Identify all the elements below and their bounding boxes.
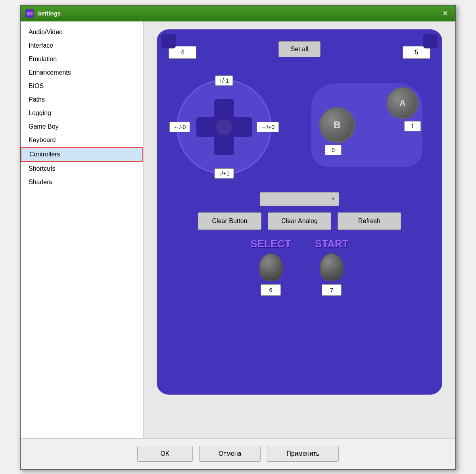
corner-decor-tl — [161, 34, 176, 48]
select-num-label[interactable]: 6 — [261, 284, 280, 296]
start-label: START — [315, 238, 349, 250]
controller-panel: 4 Set all 5 — [157, 29, 442, 395]
dpad-center — [216, 119, 232, 135]
refresh-button[interactable]: Refresh — [338, 212, 401, 230]
sidebar-item-bios[interactable]: BIOS — [21, 79, 143, 93]
footer: OK Отмена Применить — [21, 438, 455, 469]
dropdown-row: ▾ — [169, 192, 430, 206]
app-icon — [25, 9, 34, 18]
ok-button[interactable]: OK — [137, 446, 193, 462]
titlebar-left: Settings — [25, 9, 61, 18]
sidebar-item-logging[interactable]: Logging — [21, 106, 143, 120]
close-button[interactable]: ✕ — [440, 8, 451, 19]
settings-window: Settings ✕ Audio/Video Interface Emulati… — [20, 5, 456, 470]
select-area: SELECT 6 — [250, 238, 291, 296]
svg-point-3 — [31, 13, 32, 14]
controller-dropdown[interactable] — [260, 192, 339, 206]
a-button-num[interactable]: 1 — [404, 121, 421, 131]
b-button[interactable]: B — [319, 107, 355, 143]
dropdown-wrapper: ▾ — [260, 192, 339, 206]
sidebar-item-enhancements[interactable]: Enhancements — [21, 66, 143, 79]
cancel-button[interactable]: Отмена — [199, 446, 261, 462]
start-area: START 7 — [315, 238, 349, 296]
a-button[interactable]: A — [387, 87, 418, 119]
sidebar-item-emulation[interactable]: Emulation — [21, 52, 143, 66]
content-area: Audio/Video Interface Emulation Enhancem… — [21, 21, 455, 438]
face-buttons-area: A B 1 0 — [303, 71, 430, 183]
clear-analog-button[interactable]: Clear Analog — [268, 212, 331, 230]
titlebar: Settings ✕ — [21, 6, 455, 21]
sidebar-item-shaders[interactable]: Shaders — [21, 175, 143, 189]
panel-top-row: 4 Set all 5 — [169, 41, 430, 64]
main-area: 4 Set all 5 — [144, 21, 455, 438]
svg-rect-1 — [27, 11, 32, 12]
select-label: SELECT — [250, 238, 291, 250]
panel-middle: ↑/-1 ↓/+1 ←/-0 →/+0 A B 1 0 — [169, 71, 430, 183]
b-button-num[interactable]: 0 — [325, 145, 342, 155]
sidebar-item-shortcuts[interactable]: Shortcuts — [21, 162, 143, 175]
clear-button-button[interactable]: Clear Button — [198, 212, 261, 230]
dpad-right-button[interactable]: →/+0 — [257, 122, 279, 132]
dpad-area: ↑/-1 ↓/+1 ←/-0 →/+0 — [169, 71, 280, 183]
dpad-up-button[interactable]: ↑/-1 — [215, 75, 233, 86]
action-buttons-row: Clear Button Clear Analog Refresh — [169, 212, 430, 230]
sidebar-item-game-boy[interactable]: Game Boy — [21, 120, 143, 133]
sidebar-item-keyboard[interactable]: Keyboard — [21, 133, 143, 147]
apply-button[interactable]: Применить — [267, 446, 339, 462]
set-all-button[interactable]: Set all — [278, 41, 321, 57]
svg-point-2 — [27, 13, 29, 14]
sidebar-item-controllers[interactable]: Controllers — [21, 147, 143, 162]
corner-decor-tr — [423, 34, 438, 48]
window-title: Settings — [37, 10, 61, 17]
sidebar-item-paths[interactable]: Paths — [21, 93, 143, 106]
bottom-row: SELECT 6 START 7 — [169, 238, 430, 296]
sidebar-item-audio-video[interactable]: Audio/Video — [21, 25, 143, 39]
sidebar: Audio/Video Interface Emulation Enhancem… — [21, 21, 144, 438]
dpad-left-button[interactable]: ←/-0 — [169, 122, 190, 132]
start-num-label[interactable]: 7 — [322, 284, 342, 296]
sidebar-item-interface[interactable]: Interface — [21, 39, 143, 52]
select-button[interactable] — [259, 253, 283, 281]
dpad-down-button[interactable]: ↓/+1 — [215, 168, 234, 179]
start-button[interactable] — [320, 253, 344, 281]
